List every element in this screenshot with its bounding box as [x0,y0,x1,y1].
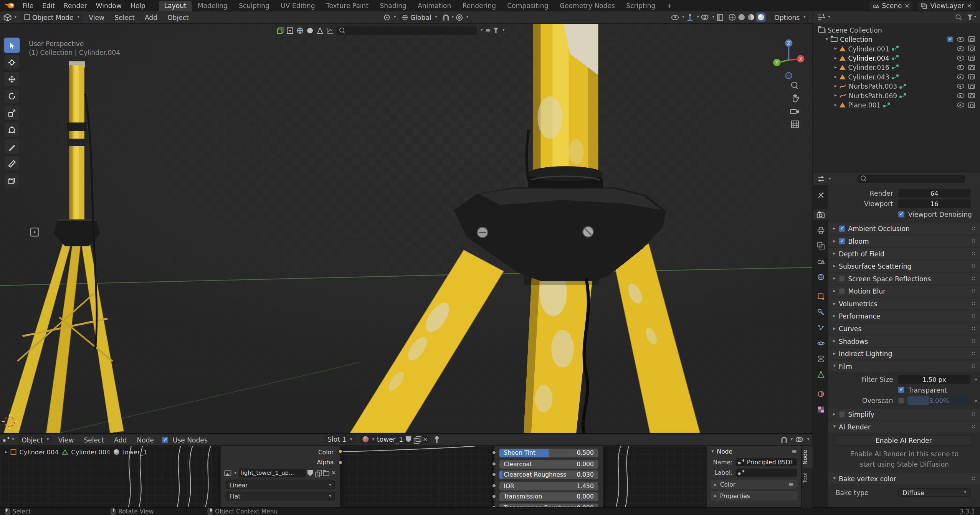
render-camera-icon[interactable] [968,36,975,42]
world-filter-icon[interactable] [296,26,304,34]
proportional-editing-icon[interactable] [456,13,463,21]
bsdf-clearcoat-roughness-slider[interactable]: Clearcoat Roughness0.030 [499,470,598,479]
gizmos-icon[interactable] [686,13,694,21]
properties-tab-texture[interactable] [813,404,828,415]
input-socket[interactable] [492,472,496,477]
viewport-menu-add[interactable]: Add [140,13,162,21]
viewport-3d[interactable]: ▾ ≡ ▾ User Perspective (1) Collection | … [0,24,813,433]
hide-eye-icon[interactable] [957,103,965,108]
tool-move[interactable] [4,71,20,87]
row-object[interactable]: ▸ NurbsPath.003 [813,82,980,91]
visibility-icon[interactable] [671,15,679,20]
section-film[interactable]: ▾Film [828,360,980,371]
workspace-tab-animation[interactable]: Animation [412,0,457,11]
workspace-tab-uv-editing[interactable]: UV Editing [275,0,321,11]
funnel-icon[interactable] [493,28,499,33]
shading-rendered-active[interactable] [756,13,765,22]
drag-dots-icon[interactable] [972,413,976,416]
properties-tab-modifiers[interactable] [813,307,828,317]
workspace-tab-sculpting[interactable]: Sculpting [233,0,275,11]
section-ambient-occlusion[interactable]: ▸Ambient Occlusion [828,223,980,234]
row-object[interactable]: ▸ Cylinder.001 [813,44,980,53]
drag-dots-icon[interactable] [972,339,976,343]
properties-tab-object[interactable] [813,291,828,302]
tool-cursor[interactable] [4,54,20,70]
disclosure-closed-icon[interactable]: ▸ [835,56,837,61]
ssr-checkbox[interactable] [839,276,845,282]
properties-subpanel[interactable]: ▸Properties [711,491,797,500]
snap-magnet-icon[interactable] [443,14,449,20]
breadcrumb-caret-icon[interactable]: ▸ [5,449,8,454]
collection-checkbox[interactable] [947,36,953,42]
properties-tab-render[interactable] [813,209,828,220]
tool-annotate[interactable] [4,139,20,154]
node-graph[interactable]: ▸ Cylinder.004 Cylinder.004 tower_1 Colo… [0,446,813,508]
drag-dots-icon[interactable] [972,227,976,231]
drag-dots-icon[interactable] [972,239,976,243]
render-camera-icon[interactable] [968,46,975,51]
shading-material-icon[interactable] [747,13,755,21]
mode-dropdown[interactable]: Object Mode ▾ [20,13,83,21]
animate-dot-icon[interactable] [975,378,977,380]
workspace-tab-layout[interactable]: Layout [159,0,192,11]
material-name[interactable]: tower_1 [377,436,403,443]
overlays-icon[interactable] [701,13,709,21]
visibility-chevron-icon[interactable]: ▾ [682,15,684,19]
section-indirect-lighting[interactable]: ▸Indirect Lighting [828,348,980,359]
projection-dropdown[interactable]: Flat▾ [226,492,335,500]
workspace-tab-rendering[interactable]: Rendering [457,0,502,11]
render-camera-icon[interactable] [968,55,975,61]
menu-window[interactable]: Window [91,1,126,10]
drag-dots-icon[interactable] [972,277,976,281]
cone-filter-icon[interactable] [316,26,324,34]
shader-menu-select[interactable]: Select [79,435,109,444]
drag-dots-icon[interactable] [972,327,976,331]
image-name-field[interactable]: light_tower_1_up... [238,469,305,477]
menu-render[interactable]: Render [59,1,92,10]
node-panel-header[interactable]: ▾ Node ≡ [707,446,801,457]
overscan-checkbox[interactable] [898,398,904,404]
proportional-chevron-icon[interactable]: ▾ [466,15,469,19]
unlink-material-icon[interactable]: × [423,436,428,442]
funnel-chevron-icon[interactable]: ▾ [502,28,505,32]
bake-type-dropdown[interactable]: Diffuse▾ [898,488,971,497]
animate-dot-icon[interactable] [975,399,977,401]
plane-filter-icon[interactable] [286,26,294,34]
editor-type-chevron-icon[interactable]: ▾ [828,15,830,19]
breadcrumb-material[interactable]: tower_1 [122,449,147,456]
section-shadows[interactable]: ▸Shadows [828,335,980,347]
tool-add-cube[interactable] [4,172,20,188]
graph-filter-icon[interactable] [326,26,334,34]
input-socket[interactable] [492,494,496,498]
blender-logo-icon[interactable] [4,2,15,10]
section-performance[interactable]: ▸Performance [828,310,980,322]
panel-menu-icon[interactable]: ≡ [792,448,797,455]
snap-chevron-icon[interactable]: ▾ [791,437,793,442]
gizmos-chevron-icon[interactable]: ▾ [697,15,699,19]
material-browse-chevron-icon[interactable]: ▾ [372,437,375,441]
render-camera-icon[interactable] [968,102,975,108]
row-collection[interactable]: ▾ Collection [813,35,980,44]
motion-blur-checkbox[interactable] [839,288,845,294]
view-layer-selector[interactable]: ViewLayer × [918,1,975,10]
render-camera-icon[interactable] [968,65,975,70]
breadcrumb-mesh[interactable]: Cylinder.004 [71,449,110,456]
disclosure-closed-icon[interactable]: ▸ [835,46,837,51]
fake-user-shield-icon[interactable] [307,470,313,476]
gizmo-axis-z[interactable]: Z [787,41,790,46]
unlink-image-icon[interactable]: × [331,470,336,476]
principled-bsdf-node[interactable]: Sheen Tint0.500 Clearcoat0.000 Clearcoat… [494,446,604,508]
npanel-tab-node[interactable]: Node [802,446,813,469]
shader-type-dropdown[interactable]: Object ▾ [18,435,53,444]
pan-hand-icon[interactable] [790,94,799,102]
sort-icon[interactable]: ≡ [485,27,491,34]
properties-editor-icon[interactable] [817,175,825,183]
snap-chevron-icon[interactable]: ▾ [452,15,454,19]
section-screen-space-reflections[interactable]: ▸Screen Space Reflections [828,273,980,284]
properties-tab-object-data[interactable] [813,369,828,380]
section-motion-blur[interactable]: ▸Motion Blur [828,286,980,297]
tripod-left[interactable] [4,61,124,433]
properties-tab-particles[interactable] [813,322,828,333]
editor-type-chevron-icon[interactable]: ▾ [14,15,17,19]
list-icon[interactable]: ≡ [788,481,794,488]
